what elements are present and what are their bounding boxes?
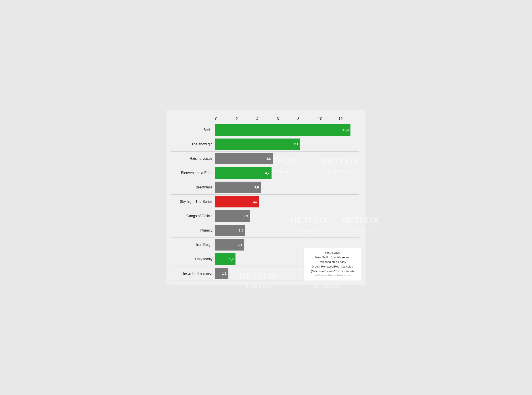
grid-line	[263, 268, 263, 279]
legend-source: netflixandchiffres.substack.com	[307, 274, 357, 278]
legend-line3: Released on a Friday	[307, 260, 357, 264]
bar-value: 4,7	[265, 171, 270, 175]
bar-fill: 4,7	[215, 167, 272, 179]
bar-label: Berlin	[171, 128, 215, 132]
bar-fill: 2,5	[215, 225, 245, 236]
bar-value: 2,9	[243, 214, 248, 218]
bar-track: 4,7	[215, 167, 359, 179]
bar-row: Raising voices4,8	[171, 151, 359, 166]
bar-label: Holy family	[171, 257, 215, 261]
grid-line	[287, 153, 287, 164]
bar-track: 2,9	[215, 210, 359, 222]
grid-line	[239, 268, 239, 279]
bar-value: 4,8	[266, 157, 271, 160]
grid-line	[263, 253, 263, 265]
bar-label: The snow girl	[171, 142, 215, 146]
bar-track: 4,8	[215, 153, 359, 164]
bar-fill: 2,4	[215, 239, 244, 251]
bar-value: 1,1	[222, 272, 227, 275]
legend-box: First 3 days New Netflix Spanish series …	[304, 248, 361, 280]
bar-value: 11,3	[342, 128, 349, 132]
bar-fill: 3,7	[215, 196, 259, 208]
grid-line	[311, 138, 311, 150]
legend-line1: First 3 days	[307, 251, 357, 255]
bar-row: The snow girl7,1	[171, 137, 359, 151]
grid-line	[311, 225, 311, 236]
x-axis-labels: 024681012	[215, 117, 359, 121]
bar-track: 7,1	[215, 138, 359, 150]
x-axis-tick: 6	[277, 117, 297, 121]
bar-fill: 4,8	[215, 153, 273, 164]
bar-label: Raising voices	[171, 157, 215, 161]
bar-row: Berlin11,3	[171, 123, 359, 137]
bar-fill: 1,1	[215, 268, 228, 279]
grid-line	[335, 153, 335, 164]
bar-label: The girl in the mirror	[171, 272, 215, 275]
bar-track: 3,8	[215, 181, 359, 193]
bar-value: 3,7	[253, 200, 258, 203]
bar-label: Gangs of Galicia	[171, 214, 215, 218]
bar-fill: 2,9	[215, 210, 250, 222]
grid-line	[263, 225, 263, 236]
bar-label: Sky high: The Series	[171, 200, 215, 204]
bar-label: Breathless	[171, 185, 215, 189]
grid-line	[311, 167, 311, 179]
legend-line4: Green: Renewed/Red: Canceled	[307, 264, 357, 269]
bar-value: 3,8	[254, 185, 259, 189]
bar-row: Gangs of Galicia2,9	[171, 209, 359, 223]
grid-line	[263, 239, 263, 251]
grid-line	[335, 181, 335, 193]
grid-line	[311, 153, 311, 164]
bar-value: 1,7	[229, 257, 234, 261]
grid-line	[239, 253, 239, 265]
bar-label: Iron Reign	[171, 243, 215, 247]
bar-fill: 1,7	[215, 253, 235, 265]
grid-line	[311, 210, 311, 222]
bar-fill: 3,8	[215, 181, 261, 193]
bar-fill: 11,3	[215, 124, 350, 136]
legend-line2: New Netflix Spanish series	[307, 255, 357, 260]
grid-line	[287, 268, 287, 279]
grid-line	[335, 167, 335, 179]
grid-line	[287, 181, 287, 193]
grid-line	[335, 210, 335, 222]
bar-track: 3,7	[215, 196, 359, 208]
grid-line	[335, 225, 335, 236]
grid-line	[335, 138, 335, 150]
grid-line	[287, 239, 287, 251]
bar-track: 11,3	[215, 124, 359, 136]
grid-line	[311, 196, 311, 208]
x-axis-tick: 10	[318, 117, 338, 121]
grid-line	[263, 181, 263, 193]
bar-label: Bienvenidos à Eden	[171, 171, 215, 175]
bar-label: Intimacy	[171, 228, 215, 232]
bar-fill: 7,1	[215, 138, 300, 150]
grid-line	[311, 181, 311, 193]
grid-line	[263, 210, 263, 222]
bar-row: Bienvenidos à Eden4,7	[171, 166, 359, 180]
bar-value: 2,5	[239, 228, 243, 232]
x-axis-tick: 12	[338, 117, 359, 121]
bar-row: Intimacy2,5	[171, 223, 359, 237]
grid-line	[287, 225, 287, 236]
grid-line	[287, 167, 287, 179]
x-axis-tick: 4	[256, 117, 277, 121]
bar-row: Breathless3,8	[171, 180, 359, 194]
bar-value: 2,4	[237, 243, 242, 247]
x-axis-tick: 0	[215, 117, 236, 121]
x-axis-tick: 8	[297, 117, 318, 121]
grid-line	[335, 196, 335, 208]
grid-line	[287, 196, 287, 208]
chart-container: NETFLIX& CHIFFRES NETFLIX& CHIFFRES NETF…	[167, 110, 365, 285]
grid-line	[287, 210, 287, 222]
legend-line5: (Millions of "views"/CVEs, Global)	[307, 269, 357, 274]
bar-value: 7,1	[294, 142, 298, 146]
bar-row: Sky high: The Series3,7	[171, 194, 359, 209]
grid-line	[263, 196, 263, 208]
x-axis-tick: 2	[236, 117, 256, 121]
bar-track: 2,5	[215, 225, 359, 236]
grid-line	[287, 253, 287, 265]
